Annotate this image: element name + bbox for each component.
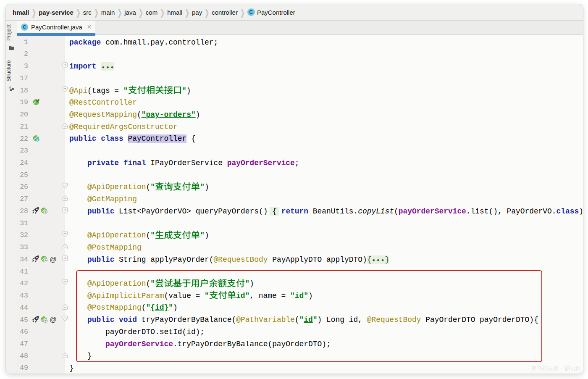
svg-text:c: c [37, 138, 39, 142]
